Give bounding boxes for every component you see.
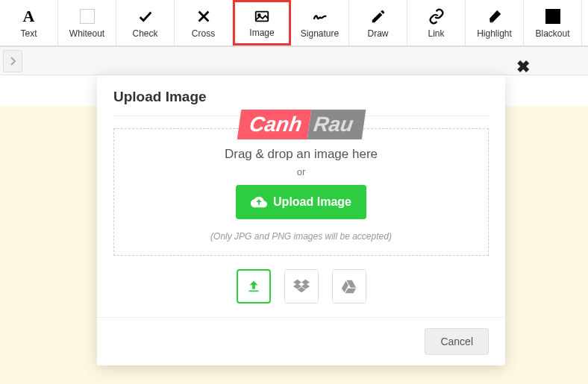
tool-label: Blackout bbox=[535, 28, 569, 39]
tool-label: Draw bbox=[367, 28, 388, 39]
modal-title: Upload Image bbox=[113, 89, 489, 105]
tool-draw[interactable]: Draw bbox=[349, 0, 407, 45]
tool-label: Link bbox=[428, 28, 444, 39]
tool-whiteout[interactable]: Whiteout bbox=[58, 0, 116, 45]
blackout-icon bbox=[545, 7, 560, 25]
source-row bbox=[113, 269, 489, 303]
sub-toolbar: ✖ bbox=[0, 47, 588, 75]
upload-icon bbox=[245, 278, 262, 295]
tool-cross[interactable]: Cross bbox=[175, 0, 233, 45]
check-icon bbox=[137, 7, 154, 25]
cancel-button[interactable]: Cancel bbox=[425, 328, 489, 355]
tool-text[interactable]: A Text bbox=[0, 0, 58, 45]
tool-label: Highlight bbox=[477, 28, 512, 39]
tool-image[interactable]: Image bbox=[233, 0, 291, 45]
chevron-right-button[interactable] bbox=[3, 50, 22, 72]
pencil-icon bbox=[370, 7, 387, 25]
tool-blackout[interactable]: Blackout bbox=[524, 0, 582, 45]
modal-footer: Cancel bbox=[97, 317, 505, 365]
tool-link[interactable]: Link bbox=[407, 0, 466, 45]
tool-label: Cross bbox=[192, 28, 215, 39]
source-local-upload[interactable] bbox=[237, 269, 271, 303]
toolbar: A Text Whiteout Check Cross Image Signat… bbox=[0, 0, 588, 47]
tool-label: Whiteout bbox=[69, 28, 104, 39]
upload-image-button[interactable]: Upload Image bbox=[236, 185, 366, 219]
modal-body: Canh Rau Drag & drop an image here or Up… bbox=[97, 116, 505, 317]
tool-label: Signature bbox=[301, 28, 339, 39]
dropzone[interactable]: Drag & drop an image here or Upload Imag… bbox=[113, 128, 489, 256]
text-icon: A bbox=[23, 7, 35, 25]
drop-or: or bbox=[126, 166, 476, 177]
source-dropbox[interactable] bbox=[284, 269, 319, 303]
image-icon bbox=[254, 8, 270, 25]
tool-highlight[interactable]: Highlight bbox=[466, 0, 524, 45]
dropbox-icon bbox=[293, 278, 310, 295]
watermark-left: Canh bbox=[237, 110, 311, 139]
upload-image-modal: Upload Image Canh Rau Drag & drop an ima… bbox=[97, 75, 505, 365]
close-icon[interactable]: ✖ bbox=[516, 57, 530, 77]
watermark-right: Rau bbox=[307, 110, 366, 139]
source-google-drive[interactable] bbox=[332, 269, 366, 303]
drop-title: Drag & drop an image here bbox=[126, 147, 476, 162]
tool-label: Check bbox=[132, 28, 157, 39]
upload-button-label: Upload Image bbox=[273, 195, 351, 209]
accepted-note: (Only JPG and PNG images will be accepte… bbox=[126, 231, 476, 242]
cloud-upload-icon bbox=[251, 194, 267, 210]
tool-check[interactable]: Check bbox=[116, 0, 175, 45]
tool-signature[interactable]: Signature bbox=[291, 0, 349, 45]
tool-label: Image bbox=[249, 28, 274, 38]
whiteout-icon bbox=[80, 7, 95, 25]
watermark: Canh Rau bbox=[237, 110, 366, 139]
link-icon bbox=[428, 7, 445, 25]
google-drive-icon bbox=[341, 278, 357, 295]
cross-icon bbox=[196, 7, 212, 25]
highlighter-icon bbox=[487, 7, 503, 25]
signature-icon bbox=[312, 7, 328, 25]
tool-label: Text bbox=[20, 28, 37, 39]
